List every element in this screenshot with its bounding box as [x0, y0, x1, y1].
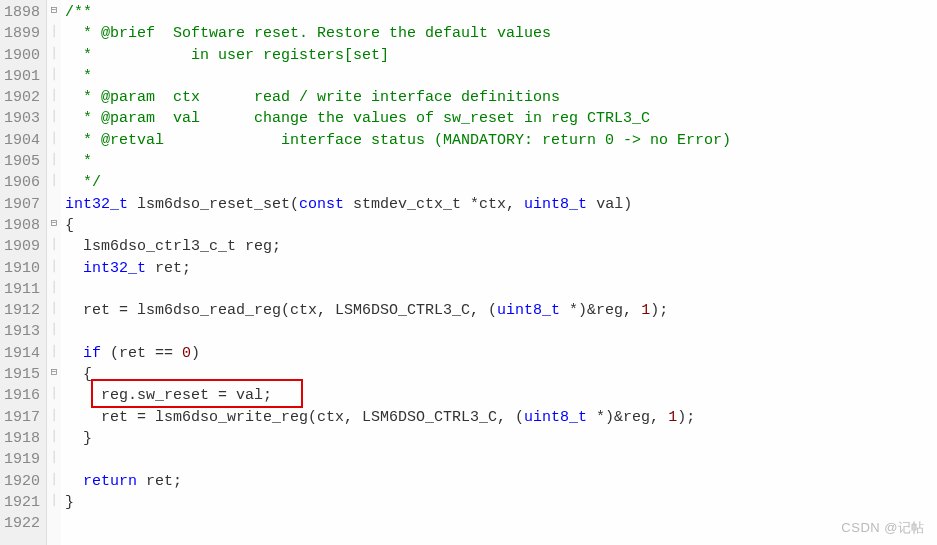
token: ret = lsm6dso_read_reg(ctx, LSM6DSO_CTRL…: [65, 302, 497, 319]
code-area[interactable]: /** * @brief Software reset. Restore the…: [61, 0, 937, 545]
fold-marker[interactable]: │: [47, 170, 61, 191]
fold-marker[interactable]: │: [47, 298, 61, 319]
token: /**: [65, 4, 92, 21]
fold-marker[interactable]: │: [47, 234, 61, 255]
fold-marker[interactable]: │: [47, 277, 61, 298]
fold-marker[interactable]: ⊟: [47, 0, 61, 21]
code-line[interactable]: ret = lsm6dso_read_reg(ctx, LSM6DSO_CTRL…: [65, 300, 937, 321]
line-number: 1918: [4, 428, 40, 449]
code-line[interactable]: * @retval interface status (MANDATORY: r…: [65, 130, 937, 151]
token: const: [299, 196, 344, 213]
token: val): [587, 196, 632, 213]
line-number: 1905: [4, 151, 40, 172]
token: *)&reg,: [560, 302, 641, 319]
line-number: 1910: [4, 258, 40, 279]
token: ret;: [137, 473, 182, 490]
watermark: CSDN @记帖: [841, 519, 925, 537]
line-number: 1906: [4, 172, 40, 193]
line-number: 1898: [4, 2, 40, 23]
token: *: [65, 153, 92, 170]
token: {: [65, 366, 92, 383]
fold-marker[interactable]: [47, 192, 61, 213]
token: * @brief Software reset. Restore the def…: [65, 25, 551, 42]
line-number: 1899: [4, 23, 40, 44]
code-line[interactable]: [65, 513, 937, 534]
fold-marker[interactable]: │: [47, 21, 61, 42]
token: 1: [668, 409, 677, 426]
fold-column[interactable]: ⊟││││││││⊟││││││⊟││││││: [47, 0, 61, 545]
fold-marker[interactable]: │: [47, 341, 61, 362]
code-line[interactable]: int32_t lsm6dso_reset_set(const stmdev_c…: [65, 194, 937, 215]
fold-marker[interactable]: │: [47, 490, 61, 511]
fold-marker[interactable]: │: [47, 64, 61, 85]
line-number: 1916: [4, 385, 40, 406]
fold-marker[interactable]: │: [47, 149, 61, 170]
fold-marker[interactable]: │: [47, 319, 61, 340]
token: ): [191, 345, 200, 362]
line-number: 1920: [4, 471, 40, 492]
code-line[interactable]: }: [65, 428, 937, 449]
fold-marker[interactable]: │: [47, 447, 61, 468]
line-number: 1908: [4, 215, 40, 236]
line-number: 1919: [4, 449, 40, 470]
line-number: 1902: [4, 87, 40, 108]
token: *: [65, 68, 92, 85]
fold-marker[interactable]: │: [47, 469, 61, 490]
code-line[interactable]: */: [65, 172, 937, 193]
line-number: 1922: [4, 513, 40, 534]
code-line[interactable]: return ret;: [65, 471, 937, 492]
token: [65, 260, 83, 277]
code-line[interactable]: * @param ctx read / write interface defi…: [65, 87, 937, 108]
code-line[interactable]: * in user registers[set]: [65, 45, 937, 66]
token: * @param val change the values of sw_res…: [65, 110, 650, 127]
token: );: [677, 409, 695, 426]
line-number: 1903: [4, 108, 40, 129]
token: 1: [641, 302, 650, 319]
token: ret = lsm6dso_write_reg(ctx, LSM6DSO_CTR…: [65, 409, 524, 426]
token: uint8_t: [524, 196, 587, 213]
code-line[interactable]: [65, 279, 937, 300]
fold-marker[interactable]: ⊟: [47, 362, 61, 383]
code-line[interactable]: }: [65, 492, 937, 513]
fold-marker[interactable]: │: [47, 128, 61, 149]
fold-marker[interactable]: │: [47, 383, 61, 404]
token: * @retval interface status (MANDATORY: r…: [65, 132, 731, 149]
code-line[interactable]: {: [65, 364, 937, 385]
code-line[interactable]: reg.sw_reset = val;: [65, 385, 937, 406]
line-number: 1901: [4, 66, 40, 87]
code-line[interactable]: {: [65, 215, 937, 236]
fold-marker[interactable]: │: [47, 256, 61, 277]
fold-marker[interactable]: │: [47, 43, 61, 64]
code-line[interactable]: [65, 321, 937, 342]
token: );: [650, 302, 668, 319]
token: }: [65, 430, 92, 447]
code-line[interactable]: *: [65, 151, 937, 172]
code-line[interactable]: if (ret == 0): [65, 343, 937, 364]
line-number: 1913: [4, 321, 40, 342]
token: int32_t: [83, 260, 146, 277]
token: uint8_t: [524, 409, 587, 426]
token: lsm6dso_reset_set(: [128, 196, 299, 213]
fold-marker[interactable]: │: [47, 106, 61, 127]
code-line[interactable]: * @brief Software reset. Restore the def…: [65, 23, 937, 44]
code-line[interactable]: ret = lsm6dso_write_reg(ctx, LSM6DSO_CTR…: [65, 407, 937, 428]
fold-marker[interactable]: │: [47, 405, 61, 426]
fold-marker[interactable]: │: [47, 85, 61, 106]
token: return: [83, 473, 137, 490]
code-line[interactable]: int32_t ret;: [65, 258, 937, 279]
line-number: 1911: [4, 279, 40, 300]
code-line[interactable]: [65, 449, 937, 470]
code-line[interactable]: /**: [65, 2, 937, 23]
code-line[interactable]: *: [65, 66, 937, 87]
line-number: 1900: [4, 45, 40, 66]
code-editor[interactable]: 1898189919001901190219031904190519061907…: [0, 0, 937, 545]
fold-marker[interactable]: │: [47, 426, 61, 447]
token: ret;: [146, 260, 191, 277]
code-line[interactable]: * @param val change the values of sw_res…: [65, 108, 937, 129]
token: }: [65, 494, 74, 511]
line-number: 1907: [4, 194, 40, 215]
line-number-gutter: 1898189919001901190219031904190519061907…: [0, 0, 47, 545]
fold-marker[interactable]: ⊟: [47, 213, 61, 234]
code-line[interactable]: lsm6dso_ctrl3_c_t reg;: [65, 236, 937, 257]
fold-marker[interactable]: [47, 511, 61, 532]
